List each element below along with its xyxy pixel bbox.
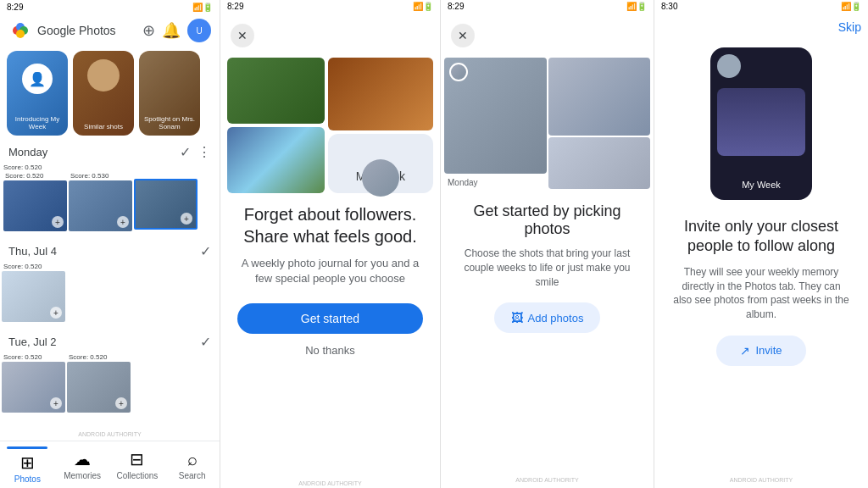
preview-photo-2 [548,58,651,136]
preview-avatar-1 [449,63,468,81]
check-icon-thu[interactable]: ✓ [200,243,211,259]
search-nav-icon: ⌕ [187,450,198,469]
panel-my-week-intro: 8:29 📶🔋 ✕ My Week Forget about followers… [220,0,441,488]
panel4-content: Invite only your closest people to follo… [654,207,868,488]
logo-text: Google Photos [37,24,116,37]
status-icons-3: 📶🔋 [626,2,647,12]
status-icons-1: 📶🔋 [192,3,213,12]
phone-mockup-avatar [717,54,741,78]
watermark-4: ANDROID AUTHORITY [654,475,868,485]
score-2: Score: 0.530 [69,172,132,180]
photo-collage: My Week [220,58,440,193]
svg-point-3 [16,30,25,38]
user-avatar[interactable]: U [187,19,211,42]
close-button-2[interactable]: ✕ [231,24,254,47]
collage-outdoor [227,127,325,193]
add-photo-3[interactable]: + [181,213,192,225]
check-icon-monday[interactable]: ✓ [180,144,191,160]
add-photos-button[interactable]: 🖼 Add photos [494,302,601,333]
time-2: 8:29 [227,2,243,12]
watermark-3: ANDROID AUTHORITY [441,475,654,485]
phone-mockup-content [717,88,805,156]
header-actions: ⊕ 🔔 U [142,19,211,42]
story-introducing-my-week[interactable]: 👤 Introducing My Week [7,51,68,136]
panel2-title: Forget about followers. Share what feels… [237,203,423,247]
close-button-3[interactable]: ✕ [451,24,475,47]
nav-label-memories: Memories [64,471,101,480]
collage-forest [227,58,325,124]
phone-mockup-label: My Week [710,180,812,190]
thu-photos: Score: 0.520 + [0,263,220,325]
add-icon[interactable]: ⊕ [142,21,155,40]
preview-left: Monday [444,58,547,189]
photo-thumb-2[interactable]: + [69,180,132,231]
nav-indicator-photos [7,446,47,449]
panel3-title: Get started by picking photos [458,202,637,238]
panel3-preview: Monday [441,58,654,189]
tue-section: Tue, Jul 2 ✓ [0,329,220,353]
more-icon-monday[interactable]: ⋮ [198,144,211,160]
collage-left [227,58,325,193]
watermark-2: ANDROID AUTHORITY [220,479,440,488]
photo-thumb-1[interactable]: + [3,180,67,231]
panel-invite: 8:30 📶🔋 Skip My Week Invite only your cl… [654,0,868,488]
skip-button[interactable]: Skip [838,20,861,34]
add-photo-thu[interactable]: + [50,307,62,319]
monday-actions: ✓ ⋮ [180,144,211,160]
add-photo-tue-2[interactable]: + [115,397,127,409]
monday-photos: Score: 0.520 + Score: 0.530 + + [2,172,218,235]
story-label-2: Similar shots [73,123,134,130]
nav-photos[interactable]: ⊞ Photos [0,446,55,484]
panel-pick-photos: 8:29 📶🔋 ✕ Monday Get started by picking … [441,0,654,488]
invite-label: Invite [755,344,782,357]
invite-button[interactable]: ↗ Invite [716,336,805,366]
panel4-subtitle: They will see your weekly memory directl… [671,265,851,322]
panel4-title: Invite only your closest people to follo… [671,217,851,257]
monday-section: Monday ✓ ⋮ [0,139,220,164]
collage-right: My Week [328,58,433,193]
photo-tue-1[interactable]: + [2,362,65,413]
monday-label-preview: Monday [448,178,478,187]
add-photos-icon: 🖼 [511,311,523,324]
status-bar-4: 8:30 📶🔋 [654,0,868,14]
panel3-content: Get started by picking photos Choose the… [441,189,654,347]
photo-thumb-3[interactable]: + [134,179,198,230]
time-1: 8:29 [7,3,23,12]
score-0: Score: 0.520 [2,164,218,172]
photo-thu-1[interactable]: + [2,271,65,322]
no-thanks-button[interactable]: No thanks [305,344,355,357]
photo-tue-2[interactable]: + [67,362,131,413]
bottom-nav: ⊞ Photos ☁ Memories ⊟ Collections ⌕ Sear… [0,441,220,488]
score-1: Score: 0.520 [3,172,67,180]
nav-search[interactable]: ⌕ Search [164,450,220,480]
nav-label-photos: Photos [14,474,41,484]
nav-collections[interactable]: ⊟ Collections [110,449,165,480]
status-bar-2: 8:29 📶🔋 [220,0,440,14]
time-3: 8:29 [448,2,464,12]
status-bar-3: 8:29 📶🔋 [441,0,654,14]
panel2-content: Forget about followers. Share what feels… [220,193,440,479]
story-avatar-1: 👤 [22,64,53,94]
add-photo-2[interactable]: + [117,216,129,228]
preview-photo-1 [444,58,547,174]
check-icon-tue[interactable]: ✓ [200,334,211,350]
story-photo-2 [87,59,120,92]
status-icons-4: 📶🔋 [841,2,861,12]
add-photo-tue-1[interactable]: + [50,397,62,409]
nav-memories[interactable]: ☁ Memories [55,449,110,480]
panel-google-photos: 8:29 📶🔋 Google Photos ⊕ 🔔 U 👤 In [0,0,220,488]
preview-right [548,58,651,189]
nav-label-search: Search [179,471,206,480]
add-photo-1[interactable]: + [52,216,64,228]
memories-nav-icon: ☁ [74,449,91,469]
tue-label: Tue, Jul 2 [8,336,57,348]
logo: Google Photos [8,19,116,42]
bell-icon[interactable]: 🔔 [162,21,181,40]
story-spotlight[interactable]: Spotlight on Mrs. Sonam [139,51,200,136]
preview-photo-3 [548,137,651,189]
collections-nav-icon: ⊟ [130,449,144,469]
invite-icon: ↗ [740,344,750,358]
monday-scores: Score: 0.520 Score: 0.520 + Score: 0.530… [0,164,220,235]
story-similar-shots[interactable]: Similar shots [73,51,134,136]
get-started-button[interactable]: Get started [237,303,423,334]
